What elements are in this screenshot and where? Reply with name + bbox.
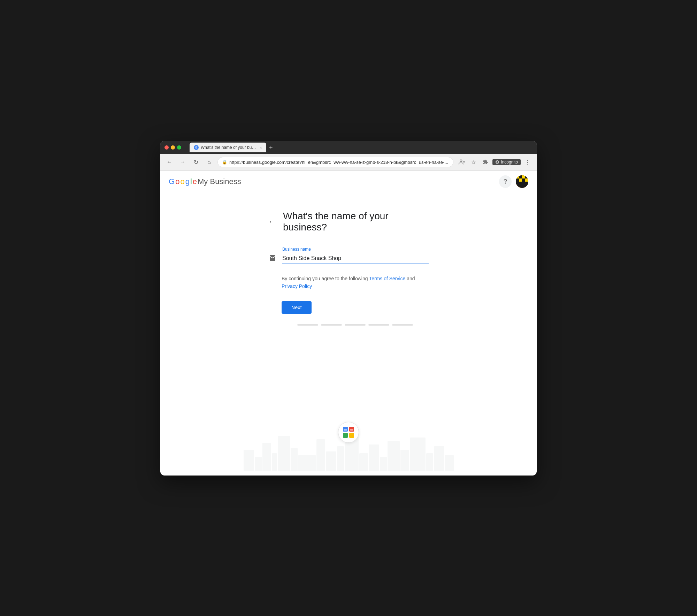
logo-g2: g bbox=[185, 177, 190, 186]
help-button[interactable]: ? bbox=[499, 175, 512, 188]
url-domain: business.google.com bbox=[243, 160, 285, 165]
terms-middle: and bbox=[405, 276, 415, 281]
building-6 bbox=[291, 448, 298, 471]
building-4 bbox=[272, 453, 277, 471]
progress-dot-4 bbox=[368, 324, 389, 326]
gmb-logo-text: My Business bbox=[198, 177, 241, 186]
terms-of-service-link[interactable]: Terms of Service bbox=[369, 276, 405, 281]
address-bar: ← → ↻ ⌂ 🔒 https://business.google.com/cr… bbox=[160, 154, 537, 171]
url-path: /create?hl=en&gmbsrc=ww-ww-ha-se-z-gmb-s… bbox=[285, 160, 448, 165]
logo-o2: o bbox=[180, 177, 184, 186]
home-button[interactable]: ⌂ bbox=[204, 157, 214, 167]
close-traffic-light[interactable] bbox=[164, 145, 169, 150]
gmb-header: G o o g l e My Business ? bbox=[160, 171, 537, 193]
building-8 bbox=[316, 439, 325, 471]
progress-dot-5 bbox=[392, 324, 413, 326]
svg-rect-5 bbox=[519, 175, 522, 178]
back-arrow-button[interactable]: ← bbox=[268, 217, 276, 226]
svg-rect-6 bbox=[522, 175, 525, 178]
incognito-icon[interactable] bbox=[457, 157, 467, 167]
building-13 bbox=[369, 444, 379, 471]
building-3 bbox=[262, 443, 271, 471]
building-10 bbox=[337, 446, 344, 471]
svg-rect-8 bbox=[516, 178, 519, 182]
svg-rect-10 bbox=[522, 178, 525, 182]
progress-dot-3 bbox=[345, 324, 366, 326]
building-15 bbox=[388, 441, 400, 471]
privacy-policy-link[interactable]: Privacy Policy bbox=[282, 283, 312, 289]
logo-g: G bbox=[169, 177, 175, 186]
field-label: Business name bbox=[282, 247, 429, 252]
active-tab[interactable]: G What's the name of your busin × bbox=[190, 143, 266, 152]
building-19 bbox=[434, 446, 444, 471]
logo-l: l bbox=[190, 177, 192, 186]
business-name-field: Business name bbox=[282, 247, 429, 264]
progress-dot-2 bbox=[321, 324, 342, 326]
form-section: Business name bbox=[268, 247, 429, 264]
svg-rect-18 bbox=[350, 429, 353, 430]
incognito-badge: Incognito bbox=[492, 159, 521, 165]
tab-favicon: G bbox=[194, 145, 199, 150]
more-options-button[interactable]: ⋮ bbox=[523, 157, 533, 167]
extensions-button[interactable] bbox=[481, 157, 490, 167]
building-20 bbox=[445, 455, 454, 471]
page-content: G o o g l e My Business ? bbox=[160, 171, 537, 471]
svg-rect-17 bbox=[344, 431, 347, 431]
url-text: https://business.google.com/create?hl=en… bbox=[229, 160, 449, 165]
svg-rect-4 bbox=[516, 175, 519, 178]
terms-text: By continuing you agree to the following… bbox=[282, 275, 429, 290]
svg-rect-15 bbox=[349, 433, 354, 438]
forward-button[interactable]: → bbox=[178, 157, 187, 167]
logo-o1: o bbox=[175, 177, 179, 186]
building-5 bbox=[278, 436, 290, 471]
progress-dot-1 bbox=[297, 324, 318, 326]
building-14 bbox=[380, 457, 387, 471]
refresh-button[interactable]: ↻ bbox=[191, 157, 201, 167]
logo-e: e bbox=[193, 177, 197, 186]
toolbar-icons: ☆ Incognito ⋮ bbox=[457, 157, 533, 167]
minimize-traffic-light[interactable] bbox=[171, 145, 175, 150]
gmb-center-icon bbox=[338, 422, 359, 443]
url-bar[interactable]: 🔒 https://business.google.com/create?hl=… bbox=[217, 157, 453, 167]
svg-rect-19 bbox=[350, 431, 353, 431]
back-button[interactable]: ← bbox=[164, 157, 174, 167]
building-9 bbox=[326, 451, 336, 471]
terms-prefix: By continuing you agree to the following bbox=[282, 276, 369, 281]
title-bar: G What's the name of your busin × + bbox=[160, 141, 537, 154]
progress-indicator bbox=[282, 324, 429, 326]
incognito-label: Incognito bbox=[501, 160, 518, 165]
page-header: ← What's the name of your business? bbox=[268, 211, 429, 233]
building-12 bbox=[359, 453, 368, 471]
bottom-illustration bbox=[160, 415, 537, 471]
tab-title: What's the name of your busin bbox=[201, 145, 256, 150]
building-2 bbox=[255, 457, 262, 471]
svg-rect-11 bbox=[525, 178, 528, 182]
star-button[interactable]: ☆ bbox=[469, 157, 478, 167]
svg-rect-9 bbox=[519, 178, 522, 182]
browser-window: G What's the name of your busin × + ← → … bbox=[160, 141, 537, 476]
svg-rect-7 bbox=[525, 175, 528, 178]
svg-rect-14 bbox=[343, 433, 348, 438]
gmb-logo: G o o g l e My Business bbox=[169, 177, 241, 186]
building-16 bbox=[400, 450, 409, 471]
svg-rect-16 bbox=[344, 429, 347, 430]
business-name-input[interactable] bbox=[282, 253, 429, 264]
next-button[interactable]: Next bbox=[282, 301, 312, 314]
maximize-traffic-light[interactable] bbox=[177, 145, 181, 150]
new-tab-button[interactable]: + bbox=[269, 144, 273, 151]
traffic-lights bbox=[164, 145, 181, 150]
tab-bar: G What's the name of your busin × + bbox=[190, 143, 533, 152]
svg-point-0 bbox=[460, 160, 462, 162]
tab-close-button[interactable]: × bbox=[260, 145, 262, 150]
lock-icon: 🔒 bbox=[222, 160, 227, 165]
form-container: ← What's the name of your business? Busi… bbox=[261, 193, 436, 343]
url-prefix: https:// bbox=[229, 160, 243, 165]
header-right: ? bbox=[499, 175, 528, 188]
building-7 bbox=[298, 455, 316, 471]
page-title: What's the name of your business? bbox=[283, 211, 429, 233]
store-icon bbox=[268, 254, 277, 264]
building-18 bbox=[426, 453, 433, 471]
user-avatar[interactable] bbox=[516, 175, 528, 188]
building-17 bbox=[410, 438, 426, 471]
building-1 bbox=[244, 450, 254, 471]
